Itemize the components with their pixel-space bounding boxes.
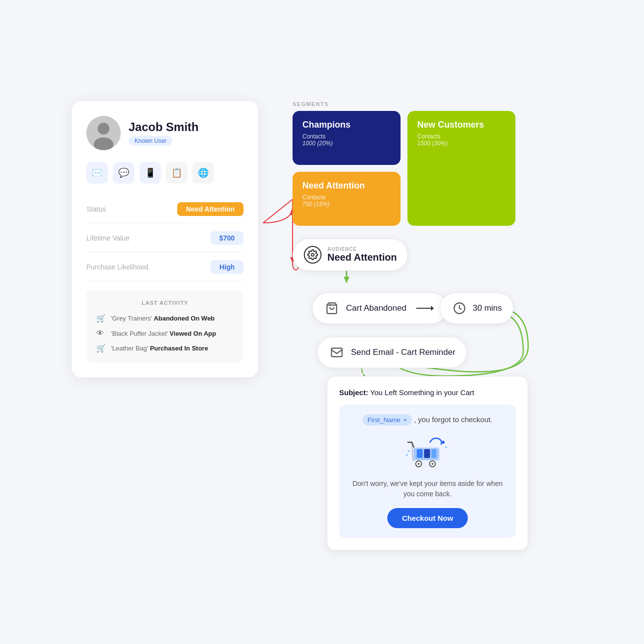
new-customers-title: New Customers <box>417 120 506 130</box>
activity-text-1: 'Grey Trainers' Abandoned On Web <box>111 315 215 322</box>
segment-new-customers[interactable]: New Customers Contacts 1500 (30%) <box>407 111 515 226</box>
send-email-node[interactable]: Send Email - Cart Reminder <box>317 337 467 368</box>
segments-label: SEGMENTS <box>293 101 329 107</box>
profile-fields: Status Need Attention Lifetime Value $70… <box>86 195 243 281</box>
audience-label: AUDIENCE <box>327 246 397 252</box>
lifetime-field-row: Lifetime Value $700 <box>86 224 243 252</box>
svg-marker-4 <box>344 277 349 283</box>
audience-text-group: AUDIENCE Need Attention <box>327 246 397 263</box>
profile-name: Jacob Smith <box>129 120 199 134</box>
email-greeting-row: First_Name × , you forgot to checkout. <box>349 414 506 428</box>
new-customers-contacts-label: Contacts <box>417 133 506 140</box>
svg-point-31 <box>445 446 447 448</box>
first-name-tag[interactable]: First_Name × <box>363 414 412 426</box>
checkout-now-button[interactable]: Checkout Now <box>387 508 468 528</box>
champions-contacts-label: Contacts <box>302 133 391 140</box>
activity-text-3: 'Leather Bag' Purchased In Store <box>111 345 208 352</box>
last-activity-title: LAST ACTIVITY <box>96 300 234 306</box>
clock-icon <box>451 300 468 317</box>
arrow-icon <box>414 302 434 314</box>
purchase-value: High <box>211 260 243 274</box>
purchase-label: Purchase Likelihood <box>86 263 148 271</box>
tag-close-icon[interactable]: × <box>403 417 407 424</box>
svg-point-11 <box>311 253 314 256</box>
email-intro-text: , you forgot to checkout. <box>414 415 492 424</box>
svg-point-9 <box>98 123 109 134</box>
svg-point-28 <box>408 450 410 452</box>
lifetime-value: $700 <box>211 231 243 245</box>
purchase-field-row: Purchase Likelihood High <box>86 253 243 281</box>
activity-item-2: 👁 'Black Puffer Jacket' Viewed On App <box>96 329 234 338</box>
email-send-icon <box>328 344 345 361</box>
svg-point-25 <box>418 463 420 465</box>
segments-grid: Champions Contacts 1000 (20%) New Custom… <box>293 111 515 226</box>
svg-point-30 <box>442 441 445 444</box>
cart-icon <box>323 300 340 317</box>
icon-row: ✉️ 💬 📱 📋 🌐 <box>86 162 243 184</box>
email-body-text: Don't worry, we've kept your items aside… <box>349 479 506 499</box>
send-email-label: Send Email - Cart Reminder <box>351 348 456 357</box>
status-field-row: Status Need Attention <box>86 195 243 223</box>
cart-abandoned-label: Cart Abandoned <box>346 303 406 313</box>
notes-icon-btn[interactable]: 📋 <box>166 162 188 184</box>
audience-title: Need Attention <box>327 252 397 263</box>
svg-marker-15 <box>431 306 434 311</box>
last-activity-section: LAST ACTIVITY 🛒 'Grey Trainers' Abandone… <box>86 290 243 363</box>
lifetime-label: Lifetime Value <box>86 234 130 242</box>
avatar <box>86 116 121 150</box>
audience-node[interactable]: AUDIENCE Need Attention <box>293 239 408 271</box>
whatsapp-icon-btn[interactable]: 📱 <box>139 162 161 184</box>
subject-prefix: Subject: <box>339 388 368 397</box>
need-attention-contacts-label: Contacts <box>302 194 391 201</box>
need-attention-count: 750 (15%) <box>302 201 391 208</box>
chat-icon-btn[interactable]: 💬 <box>113 162 134 184</box>
first-name-label: First_Name <box>368 416 401 424</box>
status-label: Status <box>86 205 106 213</box>
svg-rect-17 <box>331 348 342 356</box>
profile-card: Jacob Smith Known User ✉️ 💬 📱 📋 🌐 Status… <box>72 101 258 377</box>
email-preview-card: Subject: You Left Something in your Cart… <box>327 376 528 550</box>
subject-text: You Left Something in your Cart <box>370 388 474 397</box>
email-icon-btn[interactable]: ✉️ <box>86 162 108 184</box>
cart-icon-1: 🛒 <box>96 314 106 323</box>
known-user-badge: Known User <box>129 136 172 146</box>
segment-champions[interactable]: Champions Contacts 1000 (20%) <box>293 111 401 165</box>
need-attention-title: Need Attention <box>302 181 391 191</box>
profile-info: Jacob Smith Known User <box>129 120 199 146</box>
svg-point-27 <box>431 463 433 465</box>
svg-line-0 <box>263 199 293 223</box>
activity-text-2: 'Black Puffer Jacket' Viewed On App <box>111 330 216 337</box>
svg-point-29 <box>406 454 408 456</box>
champions-count: 1000 (20%) <box>302 140 391 147</box>
audience-gear-icon <box>304 246 322 264</box>
svg-rect-20 <box>417 449 423 458</box>
activity-item-1: 🛒 'Grey Trainers' Abandoned On Web <box>96 314 234 323</box>
globe-icon-btn[interactable]: 🌐 <box>192 162 214 184</box>
email-body: First_Name × , you forgot to checkout. <box>339 404 516 538</box>
email-subject-row: Subject: You Left Something in your Cart <box>339 388 516 397</box>
activity-item-3: 🛒 'Leather Bag' Purchased In Store <box>96 344 234 353</box>
profile-header: Jacob Smith Known User <box>86 116 243 150</box>
svg-rect-22 <box>431 449 436 458</box>
timer-label: 30 mins <box>473 303 502 313</box>
status-badge: Need Attention <box>177 202 243 216</box>
svg-rect-21 <box>424 449 430 458</box>
champions-title: Champions <box>302 120 391 130</box>
cart-abandoned-node[interactable]: Cart Abandoned <box>312 293 447 324</box>
segment-need-attention[interactable]: Need Attention Contacts 750 (15%) <box>293 172 401 226</box>
new-customers-count: 1500 (30%) <box>417 140 506 147</box>
timer-node[interactable]: 30 mins <box>440 293 513 324</box>
eye-icon: 👁 <box>96 329 106 338</box>
cart-icon-2: 🛒 <box>96 344 106 353</box>
cart-illustration <box>349 432 506 472</box>
